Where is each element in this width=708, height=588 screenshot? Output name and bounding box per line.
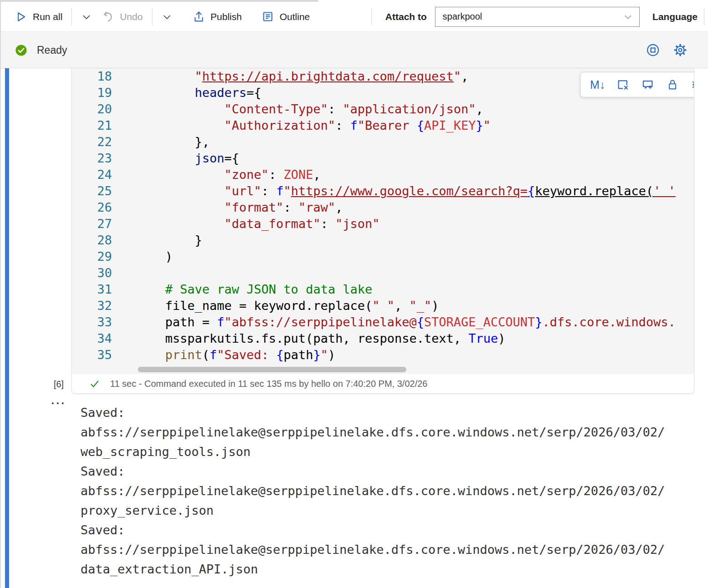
- freeze-icon[interactable]: [690, 77, 694, 92]
- line-number: 31: [72, 281, 112, 298]
- line-number: 30: [72, 265, 112, 281]
- line-number: 19: [72, 85, 112, 101]
- code-line[interactable]: 31 # Save raw JSON to data lake: [72, 281, 694, 298]
- status-badge: Ready: [15, 44, 67, 57]
- play-icon: [15, 10, 27, 23]
- line-number: 28: [72, 232, 112, 248]
- line-number: 33: [72, 314, 112, 330]
- language-label: Language: [652, 11, 698, 22]
- output-options-ellipsis[interactable]: ···: [46, 397, 71, 410]
- line-number: 32: [72, 298, 112, 314]
- line-number: 25: [72, 183, 112, 199]
- output-line: web_scraping_tools.json: [81, 442, 690, 461]
- horizontal-scrollbar[interactable]: [138, 367, 406, 372]
- code-line[interactable]: 24 "zone": ZONE,: [72, 167, 694, 183]
- execution-count: [6]: [46, 379, 71, 390]
- settings-gear-icon[interactable]: [673, 43, 688, 57]
- code-line[interactable]: 30: [72, 265, 694, 281]
- line-number: 29: [72, 248, 112, 265]
- code-line[interactable]: 27 "data_format": "json": [72, 216, 694, 232]
- attach-to-label: Attach to: [385, 11, 427, 22]
- outline-icon: [262, 10, 274, 23]
- code-line[interactable]: 32 file_name = keyword.replace(" ", "_"): [72, 298, 694, 314]
- cell-toolbar: M↓ ···: [580, 72, 694, 97]
- markdown-convert-icon[interactable]: M↓: [590, 77, 605, 92]
- run-options-chevron[interactable]: [81, 11, 92, 22]
- code-lines: 18 "https://api.brightdata.com/request",…: [72, 68, 694, 363]
- code-line[interactable]: 29 ): [72, 248, 694, 265]
- line-number: 27: [72, 216, 112, 232]
- line-number: 23: [72, 150, 112, 167]
- execution-status: 11 sec - Command executed in 11 sec 135 …: [72, 374, 694, 394]
- toolbar-divider: [71, 8, 72, 25]
- undo-options-chevron[interactable]: [162, 11, 172, 22]
- output-line: Saved:: [81, 403, 690, 422]
- run-all-button[interactable]: Run all: [15, 10, 62, 23]
- clear-output-icon[interactable]: [615, 77, 630, 92]
- attach-to-value: sparkpool: [443, 11, 482, 22]
- toolbar-divider: [704, 8, 704, 25]
- publish-button[interactable]: Publish: [192, 10, 242, 23]
- notebook-toolbar: Run all Undo Publish Outline Attach to: [1, 2, 708, 32]
- code-cell: 18 "https://api.brightdata.com/request",…: [71, 68, 694, 394]
- run-all-label: Run all: [33, 11, 62, 22]
- line-number: 34: [72, 330, 112, 347]
- line-number: 21: [72, 117, 112, 134]
- code-line[interactable]: 28 }: [72, 232, 694, 248]
- code-line[interactable]: 23 json={: [72, 150, 694, 167]
- undo-icon: [102, 10, 114, 23]
- toolbar-divider: [152, 8, 152, 25]
- code-line[interactable]: 34 mssparkutils.fs.put(path, response.te…: [72, 330, 694, 347]
- code-line[interactable]: 35 print(f"Saved: {path}"): [72, 347, 694, 363]
- chevron-down-icon: [623, 12, 633, 22]
- stop-session-icon[interactable]: [646, 43, 660, 57]
- undo-label: Undo: [120, 11, 142, 22]
- line-number: 18: [72, 68, 112, 85]
- line-number: 22: [72, 134, 112, 150]
- output-line: Saved:: [81, 520, 690, 540]
- code-editor[interactable]: 18 "https://api.brightdata.com/request",…: [72, 68, 694, 374]
- success-check-icon: [89, 379, 100, 390]
- attach-to-dropdown[interactable]: sparkpool: [435, 7, 640, 27]
- code-line[interactable]: 22 },: [72, 134, 694, 150]
- output-line: data_extraction_API.json: [81, 559, 690, 579]
- output-line: Saved:: [81, 461, 690, 481]
- line-number: 24: [72, 167, 112, 183]
- chevron-down-icon: [81, 11, 92, 22]
- cell-output: Saved:abfss://serppipelinelake@serppipel…: [81, 403, 690, 579]
- code-line[interactable]: 25 "url": f"https://www.google.com/searc…: [72, 183, 694, 199]
- toolbar-divider: [371, 8, 372, 25]
- cell-selection-bar: [5, 68, 9, 588]
- outline-button[interactable]: Outline: [262, 10, 310, 23]
- outline-label: Outline: [279, 11, 310, 22]
- line-number: 26: [72, 199, 112, 216]
- code-line[interactable]: 33 path = f"abfss://serppipelinelake@{ST…: [72, 314, 694, 330]
- output-line: abfss://serppipelinelake@serppipelinelak…: [81, 540, 690, 559]
- lock-icon[interactable]: [665, 77, 680, 92]
- line-number: 35: [72, 347, 112, 363]
- code-line[interactable]: 26 "format": "raw",: [72, 199, 694, 216]
- line-number: 20: [72, 101, 112, 117]
- notebook-status-bar: Ready: [1, 32, 708, 68]
- code-line[interactable]: 21 "Authorization": f"Bearer {API_KEY}": [72, 117, 694, 134]
- execution-status-text: 11 sec - Command executed in 11 sec 135 …: [110, 379, 427, 389]
- add-comment-icon[interactable]: [640, 77, 655, 92]
- chevron-down-icon: [162, 11, 172, 22]
- output-line: abfss://serppipelinelake@serppipelinelak…: [81, 422, 690, 442]
- output-line: abfss://serppipelinelake@serppipelinelak…: [81, 481, 690, 501]
- publish-icon: [192, 10, 205, 23]
- output-line: proxy_service.json: [81, 501, 690, 520]
- publish-label: Publish: [211, 11, 242, 22]
- ready-check-icon: [15, 44, 28, 57]
- status-text: Ready: [37, 44, 67, 56]
- notebook-content: [6] ··· 18 "https://api.brightdata.com/r…: [1, 68, 708, 588]
- undo-button[interactable]: Undo: [102, 10, 142, 23]
- code-line[interactable]: 20 "Content-Type": "application/json",: [72, 101, 694, 117]
